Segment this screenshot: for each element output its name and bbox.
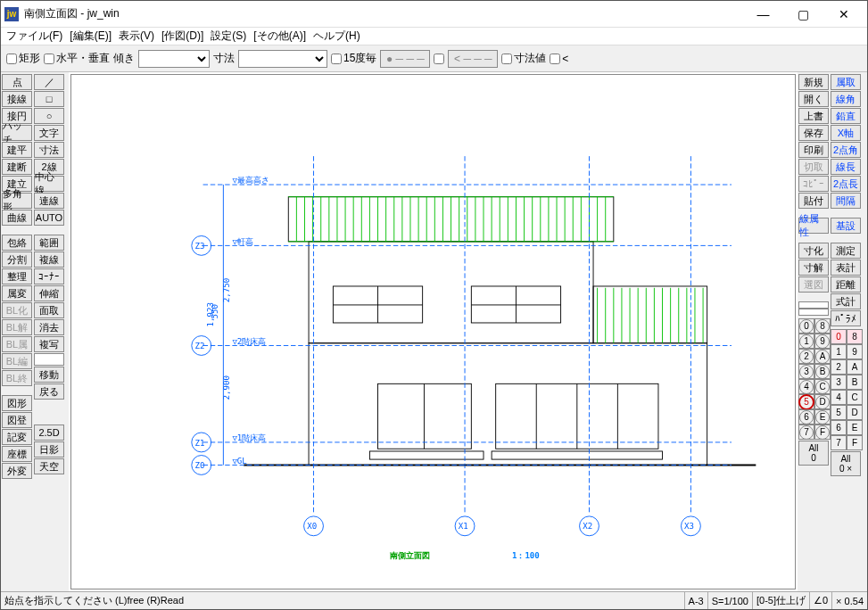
tool-選図[interactable]: 選図 — [798, 276, 829, 293]
tool-印刷[interactable]: 印刷 — [798, 142, 829, 158]
menu-file[interactable]: ファイル(F) — [6, 29, 62, 44]
tool-曲線[interactable]: 曲線 — [2, 210, 32, 226]
tool-複線[interactable]: 複線 — [34, 251, 64, 268]
deg15-checkbox[interactable]: 15度毎 — [331, 51, 376, 66]
dimval-checkbox[interactable]: 寸法値 — [501, 51, 546, 66]
tool-2点長[interactable]: 2点長 — [831, 176, 861, 192]
tool-貼付[interactable]: 貼付 — [798, 193, 829, 209]
status-layer[interactable]: [0-5]仕上げ — [752, 592, 809, 609]
layer-7[interactable]: 7 — [831, 435, 847, 450]
tool-寸解[interactable]: 寸解 — [798, 260, 829, 276]
tool-図登[interactable]: 図登 — [2, 412, 32, 428]
tool-点[interactable]: 点 — [2, 74, 32, 90]
line-preview[interactable] — [798, 301, 831, 316]
layer-F[interactable]: F — [847, 435, 863, 450]
drawing-canvas[interactable]: 550 2,900 1,923 2,750 ▽GL ▽1階床高 ▽2階床高 ▽軒… — [70, 74, 796, 589]
tool-切取[interactable]: 切取 — [798, 159, 829, 175]
tool-天空[interactable]: 天空 — [34, 458, 64, 474]
layer-8[interactable]: 8 — [814, 318, 831, 334]
layer-D[interactable]: D — [814, 394, 831, 409]
layer-E[interactable]: E — [814, 409, 831, 425]
tool-移動[interactable]: 移動 — [34, 367, 64, 383]
maximize-button[interactable]: ▢ — [783, 2, 823, 27]
tool-BL属[interactable]: BL属 — [2, 336, 32, 352]
layer-A[interactable]: A — [814, 349, 831, 364]
tool-表計[interactable]: 表計 — [831, 260, 861, 276]
tool-線角[interactable]: 線角 — [831, 91, 861, 107]
hv-checkbox[interactable]: 水平・垂直 — [44, 51, 110, 66]
tool-ｺｰﾅｰ[interactable]: ｺｰﾅｰ — [34, 268, 64, 284]
tool-線属性[interactable]: 線属性 — [798, 218, 829, 234]
layer-C[interactable]: C — [814, 379, 831, 394]
tool-距離[interactable]: 距離 — [831, 276, 861, 293]
tool-2.5D[interactable]: 2.5D — [34, 425, 64, 441]
menu-settings[interactable]: 設定(S) — [211, 29, 246, 44]
tool-接線[interactable]: 接線 — [2, 91, 32, 107]
tool-寸法[interactable]: 寸法 — [34, 142, 64, 158]
tool-ｺﾋﾟｰ[interactable]: ｺﾋﾟｰ — [798, 176, 829, 192]
tool-○[interactable]: ○ — [34, 108, 64, 124]
tool-戻る[interactable]: 戻る — [34, 383, 64, 400]
layer-A[interactable]: A — [847, 359, 863, 375]
layer-9[interactable]: 9 — [847, 344, 863, 359]
tool-2点角[interactable]: 2点角 — [831, 142, 861, 158]
menu-view[interactable]: 表示(V) — [119, 29, 154, 44]
tool-伸縮[interactable]: 伸縮 — [34, 285, 64, 301]
linestyle-button[interactable]: ● ─ ─ ─ — [380, 50, 430, 68]
layer-B[interactable]: B — [814, 364, 831, 379]
tool-日影[interactable]: 日影 — [34, 441, 64, 458]
tool-間隔[interactable]: 間隔 — [831, 193, 861, 209]
tool-基設[interactable]: 基設 — [831, 218, 861, 234]
layer-4[interactable]: 4 — [831, 390, 847, 405]
status-paper[interactable]: A-3 — [684, 592, 707, 609]
tool-属変[interactable]: 属変 — [2, 285, 32, 301]
tool-ハッチ[interactable]: ハッチ — [2, 125, 32, 141]
menu-other[interactable]: [その他(A)] — [253, 29, 306, 44]
layer-7[interactable]: 7 — [798, 425, 814, 440]
dim-select[interactable] — [238, 50, 327, 68]
status-zoom[interactable]: × 0.54 — [831, 592, 867, 609]
line-color-swatch[interactable] — [34, 353, 64, 366]
tool-上書[interactable]: 上書 — [798, 108, 829, 124]
layer-0[interactable]: 0 — [798, 318, 814, 334]
layer-9[interactable]: 9 — [814, 334, 831, 349]
layer-2[interactable]: 2 — [831, 359, 847, 375]
tool-線長[interactable]: 線長 — [831, 159, 861, 175]
dash-checkbox[interactable] — [434, 54, 444, 64]
tool-分割[interactable]: 分割 — [2, 251, 32, 268]
tool-消去[interactable]: 消去 — [34, 319, 64, 335]
layer-all-right[interactable]: All0 × — [831, 451, 861, 476]
tool-BL編[interactable]: BL編 — [2, 353, 32, 369]
tool-□[interactable]: □ — [34, 91, 64, 107]
tool-寸化[interactable]: 寸化 — [798, 243, 829, 259]
tool-鉛直[interactable]: 鉛直 — [831, 108, 861, 124]
layer-all-left[interactable]: All0 — [798, 441, 829, 466]
tilt-select[interactable] — [138, 50, 210, 68]
layer-1[interactable]: 1 — [798, 334, 814, 349]
tool-X軸[interactable]: X軸 — [831, 125, 861, 141]
arrow-button[interactable]: < ─ ─ ─ — [448, 50, 498, 68]
tool-図形[interactable]: 図形 — [2, 395, 32, 411]
tool-面取[interactable]: 面取 — [34, 302, 64, 318]
layer-5[interactable]: 5 — [831, 405, 847, 420]
tool-式計[interactable]: 式計 — [831, 293, 861, 309]
tool-包絡[interactable]: 包絡 — [2, 235, 32, 251]
status-scale[interactable]: S=1/100 — [707, 592, 752, 609]
layer-4[interactable]: 4 — [798, 379, 814, 394]
layer-6[interactable]: 6 — [798, 409, 814, 425]
layer-C[interactable]: C — [847, 390, 863, 405]
layer-5[interactable]: 5 — [798, 394, 814, 409]
layer-3[interactable]: 3 — [798, 364, 814, 379]
menu-edit[interactable]: [編集(E)] — [70, 29, 112, 44]
layer-2[interactable]: 2 — [798, 349, 814, 364]
layer-3[interactable]: 3 — [831, 375, 847, 390]
layer-0[interactable]: 0 — [831, 329, 847, 344]
tool-建断[interactable]: 建断 — [2, 159, 32, 175]
rect-checkbox[interactable]: 矩形 — [6, 51, 40, 66]
tool-多角形[interactable]: 多角形 — [2, 193, 32, 209]
tool-新規[interactable]: 新規 — [798, 74, 829, 90]
tool-連線[interactable]: 連線 — [34, 193, 64, 209]
layer-6[interactable]: 6 — [831, 420, 847, 435]
layer-E[interactable]: E — [847, 420, 863, 435]
tool-BL終[interactable]: BL終 — [2, 370, 32, 386]
